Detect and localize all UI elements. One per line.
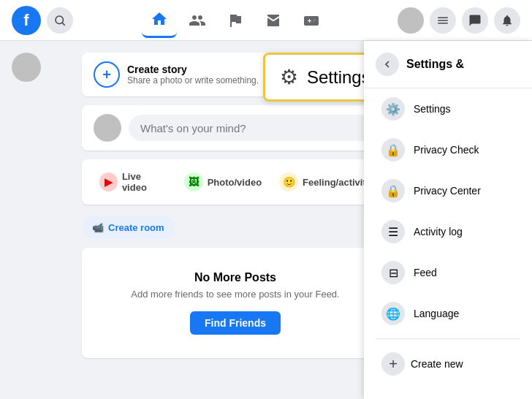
create-room-icon: 📹	[92, 222, 104, 233]
create-story-text: Create story Share a photo or write some…	[127, 64, 259, 86]
feed-icon: ⊟	[381, 261, 405, 284]
settings-menu-label: Settings	[414, 103, 451, 115]
menu-item-language[interactable]: 🌐 Language	[370, 294, 526, 332]
nav-marketplace-button[interactable]	[256, 3, 291, 38]
language-icon: 🌐	[381, 302, 405, 325]
menu-item-privacy-check[interactable]: 🔒 Privacy Check	[370, 131, 526, 169]
navbar-center	[142, 3, 329, 38]
create-new-button[interactable]: + Create new	[370, 345, 526, 383]
settings-panel-header: Settings &	[364, 41, 532, 88]
create-new-plus-icon: +	[381, 352, 405, 376]
search-button[interactable]	[47, 7, 73, 34]
navbar-right	[398, 7, 520, 34]
settings-panel-title: Settings &	[406, 58, 464, 71]
sidebar-user-avatar[interactable]	[12, 53, 41, 82]
navbar: f	[0, 0, 532, 41]
language-label: Language	[414, 308, 459, 319]
feeling-activity-label: Feeling/activity	[303, 177, 371, 188]
no-posts-subtitle: Add more friends to see more posts in yo…	[99, 289, 371, 300]
activity-log-icon: ☰	[381, 220, 405, 243]
privacy-check-label: Privacy Check	[414, 144, 479, 156]
photo-video-label: Photo/video	[208, 177, 262, 188]
settings-gear-icon: ⚙	[280, 65, 298, 89]
notifications-button[interactable]	[494, 7, 520, 34]
create-room-button[interactable]: 📹 Create room	[82, 216, 175, 239]
action-row: ▶ Live video 🖼 Photo/video 🙂 Feeling/act…	[82, 159, 389, 205]
privacy-center-icon: 🔒	[381, 179, 405, 202]
privacy-center-label: Privacy Center	[414, 185, 481, 197]
panel-divider	[376, 338, 520, 339]
user-avatar[interactable]	[398, 7, 424, 34]
nav-friends-button[interactable]	[180, 3, 215, 38]
feed-area: + Create story Share a photo or write so…	[82, 53, 389, 387]
nav-gaming-button[interactable]	[294, 3, 329, 38]
privacy-check-icon: 🔒	[381, 138, 405, 162]
composer-avatar	[94, 114, 121, 142]
menu-item-settings[interactable]: ⚙️ Settings	[370, 90, 526, 128]
find-friends-button[interactable]: Find Friends	[190, 311, 281, 335]
facebook-logo: f	[12, 6, 41, 35]
photo-video-button[interactable]: 🖼 Photo/video	[175, 167, 270, 197]
navbar-left: f	[12, 6, 73, 35]
settings-back-button[interactable]	[376, 53, 399, 76]
create-room-label: Create room	[108, 222, 164, 233]
photo-video-icon: 🖼	[184, 172, 203, 191]
settings-highlight-label: Settings	[307, 67, 370, 88]
nav-home-button[interactable]	[142, 3, 177, 38]
nav-pages-button[interactable]	[218, 3, 253, 38]
svg-point-0	[56, 16, 64, 24]
svg-line-1	[62, 23, 64, 25]
no-posts-card: No More Posts Add more friends to see mo…	[82, 248, 389, 358]
composer-input[interactable]	[129, 115, 377, 141]
left-sidebar	[12, 53, 70, 387]
create-new-label: Create new	[411, 358, 463, 370]
live-video-button[interactable]: ▶ Live video	[91, 165, 175, 199]
no-posts-title: No More Posts	[99, 271, 371, 284]
menu-item-privacy-center[interactable]: 🔒 Privacy Center	[370, 172, 526, 210]
feed-menu-label: Feed	[414, 267, 437, 278]
create-story-subtitle: Share a photo or write something.	[127, 75, 259, 86]
settings-menu-icon: ⚙️	[381, 97, 405, 121]
settings-panel: Settings & ⚙️ Settings 🔒 Privacy Check 🔒…	[364, 41, 532, 399]
create-story-plus-icon: +	[94, 61, 120, 88]
menu-button[interactable]	[430, 7, 456, 34]
live-video-label: Live video	[122, 171, 167, 193]
post-composer	[82, 105, 389, 151]
messenger-button[interactable]	[462, 7, 488, 34]
activity-log-label: Activity log	[414, 226, 463, 238]
menu-item-activity-log[interactable]: ☰ Activity log	[370, 213, 526, 251]
menu-item-feed[interactable]: ⊟ Feed	[370, 254, 526, 292]
live-video-icon: ▶	[99, 172, 118, 191]
feeling-activity-icon: 🙂	[279, 172, 298, 191]
create-story-title: Create story	[127, 64, 259, 75]
